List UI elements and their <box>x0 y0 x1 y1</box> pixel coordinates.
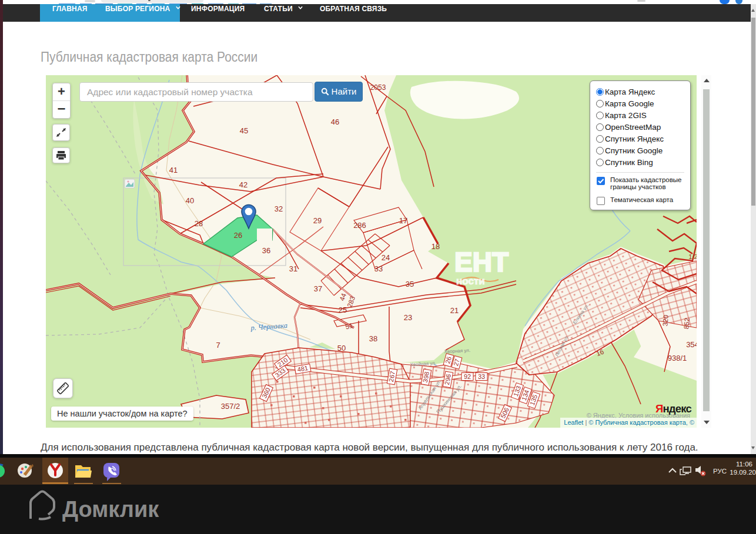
svg-text:938/1: 938/1 <box>668 354 687 362</box>
svg-text:45: 45 <box>240 126 248 135</box>
svg-text:25: 25 <box>339 305 347 314</box>
svg-text:38: 38 <box>369 334 377 343</box>
svg-text:36: 36 <box>262 246 270 255</box>
svg-text:7: 7 <box>216 341 220 350</box>
svg-text:33: 33 <box>374 264 383 273</box>
svg-text:23: 23 <box>404 313 412 322</box>
svg-text:17: 17 <box>399 216 407 225</box>
svg-text:26: 26 <box>234 231 242 240</box>
svg-text:ности: ности <box>456 276 485 287</box>
svg-text:50: 50 <box>337 344 346 352</box>
svg-text:37: 37 <box>314 284 322 293</box>
svg-text:28: 28 <box>195 219 203 228</box>
svg-text:РУС: РУС <box>713 468 727 475</box>
svg-text:29: 29 <box>313 216 322 225</box>
svg-text:92: 92 <box>464 373 471 380</box>
svg-text:320: 320 <box>661 315 670 327</box>
svg-text:ЕНТ: ЕНТ <box>454 247 509 277</box>
svg-text:31: 31 <box>289 264 297 273</box>
svg-text:2053: 2053 <box>370 83 386 92</box>
svg-text:46: 46 <box>331 117 339 126</box>
svg-text:11:06: 11:06 <box>736 461 752 468</box>
svg-text:21: 21 <box>450 306 459 315</box>
svg-text:354: 354 <box>686 340 697 349</box>
svg-text:Домклик: Домклик <box>62 497 159 522</box>
svg-text:35: 35 <box>406 280 414 288</box>
svg-text:18: 18 <box>431 242 440 251</box>
svg-text:41: 41 <box>169 166 178 174</box>
svg-text:24: 24 <box>382 253 390 262</box>
svg-text:33: 33 <box>478 373 485 380</box>
svg-text:357/2: 357/2 <box>221 402 240 411</box>
svg-text:40: 40 <box>186 196 194 205</box>
svg-text:286: 286 <box>353 221 366 230</box>
svg-text:1/2: 1/2 <box>688 253 697 260</box>
svg-text:42: 42 <box>239 180 247 189</box>
svg-text:19.09.20: 19.09.20 <box>730 469 756 476</box>
svg-text:852: 852 <box>683 318 691 330</box>
svg-text:32: 32 <box>275 204 283 213</box>
